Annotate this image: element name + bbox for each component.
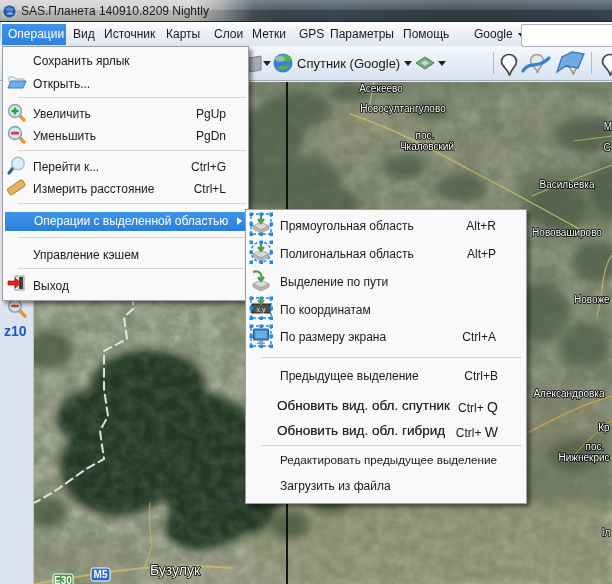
svg-text:пос.: пос. (416, 130, 435, 141)
svg-text:М: М (604, 121, 612, 132)
svg-text:Новоже: Новоже (574, 294, 610, 305)
svg-text:Нижнекрис: Нижнекрис (558, 452, 609, 463)
svg-text:Кр: Кр (598, 422, 610, 433)
svg-text:x,y: x,y (257, 306, 266, 314)
svg-text:С: С (603, 142, 610, 153)
svg-text:Александровка: Александровка (533, 388, 605, 399)
svg-text:Нововаширово: Нововаширово (532, 227, 602, 238)
svg-text:М5: М5 (94, 569, 108, 580)
svg-text:Чкаловский: Чкаловский (400, 141, 454, 152)
svg-text:Новосултангулово: Новосултангулово (360, 103, 446, 114)
svg-text:Іл: Іл (602, 527, 611, 538)
svg-text:Васильевка: Васильевка (540, 179, 595, 190)
svg-text:E30: E30 (54, 575, 72, 584)
svg-text:Асекеево: Асекеево (359, 83, 403, 94)
svg-text:Бузулук: Бузулук (150, 562, 201, 578)
svg-text:пос.: пос. (586, 441, 605, 452)
